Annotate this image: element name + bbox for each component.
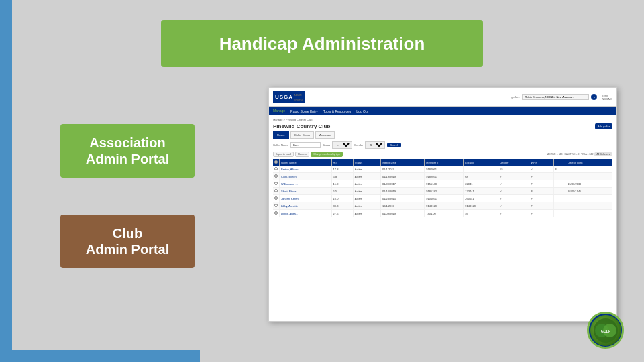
table-cell: 01/19/2019 <box>381 173 425 180</box>
portal-header: USGA ADMINPORTAL golfer... Robin Simmons… <box>269 88 616 107</box>
nav-rapid-score[interactable]: Rapid Score Entry <box>290 109 318 113</box>
portal-tabs: Roster Golfer Group Associate <box>273 131 612 139</box>
col-member: Member # <box>425 159 464 166</box>
table-row: Lyons, Anita...27.5Active01/09/20197401.… <box>273 210 612 217</box>
status-cell: Active <box>353 188 380 195</box>
table-cell: 26/09/1945 <box>566 188 612 195</box>
table-cell <box>553 195 566 202</box>
breadcrumb: Manage > Pinewild Country Club <box>273 118 612 121</box>
golfer-name-cell[interactable]: Cook, Eileen <box>280 173 332 180</box>
table-cell <box>464 166 498 173</box>
club-card[interactable]: ClubAdmin Portal <box>60 215 195 268</box>
table-cell: 55 <box>498 166 529 173</box>
gender-filter-select[interactable]: Select Male Female <box>365 141 385 149</box>
table-row: Williamson, ...11.0Active01/09/201791551… <box>273 180 612 188</box>
select-all-checkbox[interactable] <box>274 160 278 164</box>
table-header-row: Golfer Name H.I. Status Status Date Memb… <box>273 159 612 166</box>
tab-roster[interactable]: Roster <box>273 131 289 139</box>
golfer-search-input[interactable]: Robin Simmons, NCGA is New Associa... <box>522 94 589 100</box>
table-cell: 01/10/2019 <box>381 188 425 195</box>
filter-row: Golfer Name Status -- se... Gender Selec… <box>273 141 612 149</box>
table-row: Libby, Annette30.3Active12/1/20199148129… <box>273 202 612 210</box>
col-local: Local # <box>464 159 498 166</box>
golfer-name-cell[interactable]: Lyons, Anita... <box>280 210 332 217</box>
search-button[interactable]: ● <box>591 94 597 100</box>
association-card[interactable]: AssociationAdmin Portal <box>60 124 195 178</box>
row-checkbox[interactable] <box>274 196 278 200</box>
table-row: Short, Elissa5.5Active01/10/201991851821… <box>273 188 612 195</box>
table-cell: F <box>553 166 566 173</box>
golfer-name-cell[interactable]: Short, Elissa <box>280 188 332 195</box>
table-cell: 01/23/2015 <box>381 195 425 202</box>
add-golfer-button[interactable]: Add golfer <box>595 123 612 129</box>
nav-tools[interactable]: Tools & Resources <box>323 109 352 113</box>
status-filter-label: Status <box>323 143 330 147</box>
table-cell: ✓ <box>498 202 529 210</box>
status-cell: Active <box>353 166 380 173</box>
table-cell: 27.5 <box>331 210 353 217</box>
status-cell: Active <box>353 202 380 210</box>
usga-text: USGA <box>275 94 293 100</box>
col-whs: WHS <box>529 159 553 166</box>
row-checkbox[interactable] <box>274 182 278 185</box>
nav-logout[interactable]: Log Out <box>356 109 368 113</box>
table-cell: 123741 <box>464 188 498 195</box>
remove-button[interactable]: Remove <box>295 152 309 157</box>
export-button[interactable]: Export to excel <box>273 152 294 157</box>
col-checkbox <box>273 159 280 166</box>
nav-manage[interactable]: Manage <box>273 109 285 113</box>
search-filter-button[interactable]: Search <box>387 143 401 147</box>
bg-left-bar <box>0 0 12 362</box>
col-extra <box>553 159 566 166</box>
tab-associate[interactable]: Associate <box>315 131 335 139</box>
table-cell: 10.0 <box>331 195 353 202</box>
table-cell: ✓ <box>498 210 529 217</box>
col-gender: Gender <box>498 159 529 166</box>
table-cell: F <box>529 173 553 180</box>
logo-inner: GOLF <box>590 315 621 346</box>
table-cell: F <box>529 188 553 195</box>
association-card-label: AssociationAdmin Portal <box>86 135 169 167</box>
row-checkbox[interactable] <box>274 174 278 178</box>
change-membership-button[interactable]: Change membership type <box>311 152 343 157</box>
row-checkbox[interactable] <box>274 189 278 192</box>
row-checkbox[interactable] <box>274 204 278 207</box>
action-counts: ACTIVE = 643 INACTIVE = 0 WGA = 842 <box>547 153 593 156</box>
filter-dropdown-button[interactable]: All Golfers ▼ <box>594 152 612 156</box>
portal-nav: Manage Rapid Score Entry Tools & Resourc… <box>269 107 616 115</box>
row-checkbox[interactable] <box>274 211 278 215</box>
golfer-name-cell[interactable]: Barton, Allison <box>280 166 332 173</box>
golfer-name-cell[interactable]: Janzen, Karen <box>280 195 332 202</box>
table-cell: 5.5 <box>331 188 353 195</box>
table-cell: F <box>529 202 553 210</box>
portal-content: Manage > Pinewild Country Club Pinewild … <box>269 115 616 220</box>
table-cell: ✓ <box>498 195 529 202</box>
table-cell: 7401.00 <box>425 210 464 217</box>
table-cell <box>566 202 612 210</box>
golfer-name-cell[interactable]: Libby, Annette <box>280 202 332 210</box>
status-cell: Active <box>353 195 380 202</box>
table-cell: 9185182 <box>425 188 464 195</box>
club-title-row: Pinewild Country Club Add golfer <box>273 123 612 129</box>
table-cell: 9155148 <box>425 180 464 188</box>
bottom-logo: GOLF <box>587 312 624 349</box>
table-cell: ✓ <box>498 188 529 195</box>
golfer-name-cell[interactable]: Williamson, ... <box>280 180 332 188</box>
admin-portal-label: ADMINPORTAL <box>294 94 303 102</box>
golfer-filter-input[interactable] <box>290 142 321 148</box>
status-cell: Active <box>353 180 380 188</box>
table-cell <box>553 188 566 195</box>
svg-text:GOLF: GOLF <box>601 329 610 333</box>
table-cell: 9180061 <box>425 166 464 173</box>
row-checkbox[interactable] <box>274 167 278 170</box>
status-filter-select[interactable]: -- se... <box>332 141 352 149</box>
tab-golfer-group[interactable]: Golfer Group <box>290 131 314 139</box>
title-box: Handicap Administration <box>161 20 483 67</box>
table-cell: 9148129 <box>425 202 464 210</box>
table-cell: 15/03/2030 <box>566 180 612 188</box>
table-row: Barton, Allison17.8Active01/1/2019918006… <box>273 166 612 173</box>
table-cell <box>553 180 566 188</box>
table-cell <box>566 195 612 202</box>
table-cell <box>566 166 612 173</box>
table-row: Cook, Eileen5.8Active01/19/2019918205168… <box>273 173 612 180</box>
